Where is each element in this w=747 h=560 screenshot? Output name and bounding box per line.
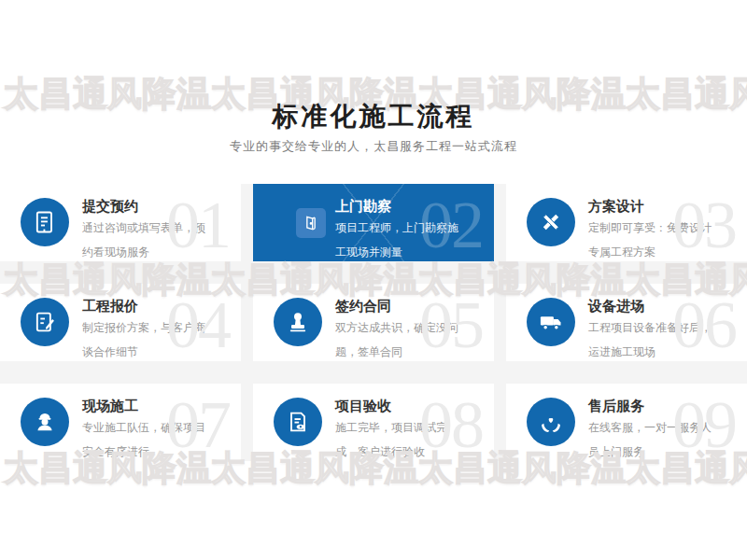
page-subtitle: 专业的事交给专业的人，太昌服务工程一站式流程 bbox=[0, 138, 747, 155]
step-card-equipment-entry[interactable]: 设备进场 工程项目设备准备好后， 运进施工现场 06 bbox=[506, 284, 747, 361]
step-card-site-survey[interactable]: 上门勘察 项目工程师，上门勘察施 工现场并测量 02 bbox=[253, 184, 494, 261]
step-card-after-sales[interactable]: 售后服务 在线客服，一对一服务人 员上门服务 09 bbox=[506, 384, 747, 461]
step-card-project-acceptance[interactable]: 项目验收 施工完毕，项目调试完 成，客户进行验收 08 bbox=[253, 384, 494, 461]
equipment-truck-icon bbox=[527, 298, 575, 346]
design-plan-icon bbox=[527, 198, 575, 246]
step-card-project-quote[interactable]: 工程报价 制定报价方案，与客户商 谈合作细节 04 bbox=[0, 284, 241, 361]
process-section: 太昌通风降温 太昌通风降温 太昌通风降温 太昌通风降温 太昌通风降温 太昌通风降… bbox=[0, 0, 747, 560]
construction-worker-icon bbox=[21, 398, 69, 446]
step-number: 02 bbox=[419, 184, 483, 261]
step-number: 09 bbox=[672, 384, 736, 461]
step-card-sign-contract[interactable]: 签约合同 双方达成共识，确定没问 题，签单合同 05 bbox=[253, 284, 494, 361]
step-number: 01 bbox=[166, 184, 230, 261]
step-card-onsite-construction[interactable]: 现场施工 专业施工队伍，确保项目 安全有序进行 07 bbox=[0, 384, 241, 461]
step-card-design-plan[interactable]: 方案设计 定制即可享受：免费设计 专属工程方案 03 bbox=[506, 184, 747, 261]
appointment-form-icon bbox=[21, 198, 69, 246]
step-number: 03 bbox=[672, 184, 736, 261]
step-number: 07 bbox=[166, 384, 230, 461]
step-card-submit-appointment[interactable]: 提交预约 通过咨询或填写表单，预 约看现场服务 01 bbox=[0, 184, 241, 261]
step-number: 04 bbox=[166, 284, 230, 361]
step-number: 06 bbox=[672, 284, 736, 361]
contract-stamp-icon bbox=[274, 298, 322, 346]
site-survey-icon bbox=[296, 208, 326, 238]
page-title: 标准化施工流程 bbox=[0, 99, 747, 134]
process-grid: 提交预约 通过咨询或填写表单，预 约看现场服务 01 上门勘察 项目工程师，上门… bbox=[0, 184, 747, 461]
after-sales-icon bbox=[527, 398, 575, 446]
quotation-icon bbox=[21, 298, 69, 346]
inspection-icon bbox=[274, 398, 322, 446]
step-number: 05 bbox=[419, 284, 483, 361]
step-number: 08 bbox=[419, 384, 483, 461]
